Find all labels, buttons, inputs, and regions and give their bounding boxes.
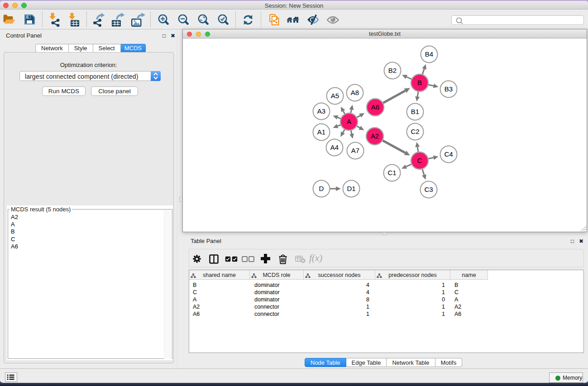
svg-text:A5: A5 [331,92,339,100]
svg-text:B4: B4 [425,50,433,58]
svg-text:A1: A1 [317,128,325,136]
svg-text:B2: B2 [388,67,397,74]
svg-text:A6: A6 [371,103,379,111]
svg-text:D: D [319,185,324,192]
svg-text:A2: A2 [371,132,379,140]
svg-text:B3: B3 [445,85,453,93]
svg-text:B1: B1 [411,108,419,115]
svg-text:B: B [417,79,422,86]
svg-text:A3: A3 [317,107,325,115]
svg-text:A7: A7 [351,147,359,154]
svg-text:C: C [417,157,422,164]
svg-text:D1: D1 [347,185,355,192]
svg-text:C3: C3 [424,186,433,193]
svg-text:C2: C2 [411,128,419,135]
svg-text:A: A [347,118,351,125]
svg-text:C4: C4 [444,150,453,158]
svg-text:A8: A8 [351,89,359,96]
svg-text:C1: C1 [387,169,396,176]
svg-text:A4: A4 [330,143,339,151]
